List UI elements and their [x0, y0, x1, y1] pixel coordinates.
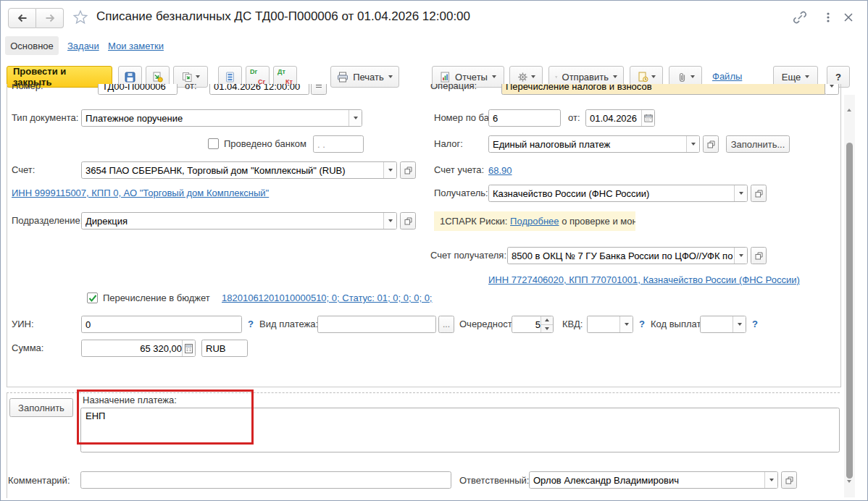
kvd-help[interactable]: ? — [639, 316, 645, 333]
calendar-button[interactable] — [641, 110, 654, 126]
payment-kind-more-button[interactable]: ... — [438, 316, 454, 333]
scroll-down-button[interactable] — [847, 483, 851, 496]
dropdown-arrow-icon — [388, 75, 393, 78]
nav-buttons — [8, 8, 64, 28]
link-icon — [793, 10, 807, 25]
favorite-star-icon — [72, 9, 89, 26]
bank-number-field[interactable]: 6 — [488, 109, 561, 127]
dropdown-button[interactable] — [733, 316, 746, 332]
responsible-label: Ответственный: — [459, 475, 529, 486]
kvd-label: КВД: — [562, 316, 583, 333]
tab-tasks[interactable]: Задачи — [67, 41, 99, 51]
scrollbar-thumb[interactable] — [846, 143, 853, 479]
payee-account-field[interactable]: 8500 в ОКЦ № 7 ГУ Банка России по ЦФО//У… — [507, 247, 748, 264]
open-icon — [785, 476, 793, 484]
uin-field[interactable]: 0 — [81, 316, 242, 333]
payee-label: Получатель: — [434, 185, 488, 202]
copy-icon — [182, 72, 193, 83]
amount-field[interactable]: 65 320,00 — [81, 340, 196, 357]
amount-label: Сумма: — [12, 340, 43, 357]
bank-posted-date-field[interactable]: . . — [313, 135, 364, 153]
dropdown-arrow-icon — [625, 323, 629, 326]
priority-spinner[interactable] — [541, 316, 553, 332]
splitter[interactable] — [7, 392, 840, 393]
payee-field[interactable]: Казначейство России (ФНС России) — [488, 185, 748, 202]
budget-checkbox[interactable] — [87, 292, 98, 303]
close-button[interactable] — [841, 10, 856, 25]
dropdown-button[interactable] — [349, 110, 362, 126]
payee-inn-link[interactable]: ИНН 7727406020, КПП 770701001, Казначейс… — [488, 274, 800, 285]
bottom-panel-border — [7, 392, 7, 498]
org-inn-link[interactable]: ИНН 9999115007, КПП 0, АО "Торговый дом … — [12, 188, 269, 198]
payee-open-button[interactable] — [751, 185, 767, 202]
account-code-label: Счет учета: — [434, 161, 484, 179]
calculator-button[interactable] — [182, 340, 195, 356]
comment-field[interactable] — [80, 471, 451, 489]
document-datetime-field[interactable]: 01.04.2026 12:00:00 — [209, 84, 309, 95]
get-link-button[interactable] — [793, 10, 807, 25]
bank-posted-checkbox[interactable] — [208, 138, 219, 149]
responsible-open-button[interactable] — [781, 471, 797, 489]
responsible-field[interactable]: Орлов Александр Владимирович — [529, 471, 778, 489]
doc-type-field[interactable]: Платежное поручение — [81, 109, 362, 127]
dropdown-button[interactable] — [383, 162, 396, 178]
kvd-field[interactable] — [587, 316, 633, 333]
payment-purpose-label: Назначение платежа: — [83, 395, 177, 405]
open-icon — [755, 190, 763, 198]
more-menu-button[interactable] — [822, 10, 835, 25]
dr-label: Dr — [250, 68, 257, 75]
favorite-star-button[interactable] — [72, 9, 89, 26]
operation-dropdown-button[interactable] — [825, 84, 839, 95]
budget-details-link[interactable]: 18201061201010000510; 0; Статус: 01; 0; … — [222, 292, 432, 303]
dropdown-arrow-icon — [739, 254, 743, 257]
payee-account-label: Счет получателя: — [430, 247, 506, 264]
currency-field[interactable]: RUB — [201, 340, 248, 357]
tab-my-notes[interactable]: Мои заметки — [108, 41, 164, 51]
tax-open-button[interactable] — [703, 135, 719, 153]
payee-account-open-button[interactable] — [751, 247, 767, 264]
payout-code-label: Код выплат: — [651, 316, 704, 333]
dropdown-arrow-icon — [690, 75, 695, 78]
comment-label: Комментарий: — [8, 475, 70, 486]
dropdown-button[interactable] — [686, 136, 699, 152]
dropdown-button[interactable] — [619, 316, 633, 332]
tab-main[interactable]: Основное — [5, 36, 59, 55]
bank-posted-label: Проведено банком — [224, 135, 306, 153]
payout-code-field[interactable] — [700, 316, 746, 333]
scroll-up-button[interactable] — [847, 96, 851, 109]
payment-purpose-textarea[interactable]: ЕНП — [80, 408, 840, 452]
dropdown-arrow-icon — [739, 192, 743, 195]
uin-label: УИН: — [12, 316, 34, 333]
payment-kind-field[interactable] — [317, 316, 436, 333]
number-field[interactable]: ТД00-П000006 — [98, 84, 178, 95]
tax-field[interactable]: Единый налоговый платеж — [488, 135, 700, 153]
open-icon — [707, 140, 715, 148]
fill-purpose-button[interactable]: Заполнить — [9, 398, 73, 417]
priority-field[interactable]: 5 — [512, 316, 554, 333]
bank-date-from-label: от: — [568, 109, 580, 127]
dropdown-arrow-icon — [738, 323, 742, 326]
files-link[interactable]: Файлы — [712, 71, 742, 82]
back-button[interactable] — [8, 8, 36, 28]
spark-risk-banner: 1СПАРК Риски: Подробнее о проверке и мон… — [434, 211, 635, 231]
department-open-button[interactable] — [400, 212, 416, 230]
payout-code-help[interactable]: ? — [752, 316, 758, 333]
department-field[interactable]: Дирекция — [81, 212, 397, 230]
dropdown-button[interactable] — [383, 213, 396, 229]
account-field[interactable]: 3654 ПАО СБЕРБАНК, Торговый дом "Комплек… — [81, 161, 397, 179]
spark-details-link[interactable]: Подробнее — [510, 216, 559, 227]
account-open-button[interactable] — [400, 161, 416, 179]
vertical-scrollbar[interactable] — [844, 95, 855, 497]
dropdown-button[interactable] — [764, 472, 777, 488]
dropdown-button[interactable] — [734, 185, 747, 201]
uin-help[interactable]: ? — [248, 316, 254, 333]
account-code-link[interactable]: 68.90 — [488, 165, 512, 176]
tab-main-label: Основное — [10, 41, 54, 51]
operation-field[interactable]: Перечисление налогов и взносов — [501, 84, 825, 95]
datetime-options-button[interactable] — [311, 84, 327, 95]
tax-fill-button[interactable]: Заполнить... — [726, 135, 790, 153]
forward-button[interactable] — [36, 8, 64, 28]
dropdown-button[interactable] — [734, 248, 747, 264]
bank-date-field[interactable]: 01.04.2026 — [585, 109, 655, 127]
page-title: Списание безналичных ДС ТД00-П000006 от … — [96, 9, 470, 24]
